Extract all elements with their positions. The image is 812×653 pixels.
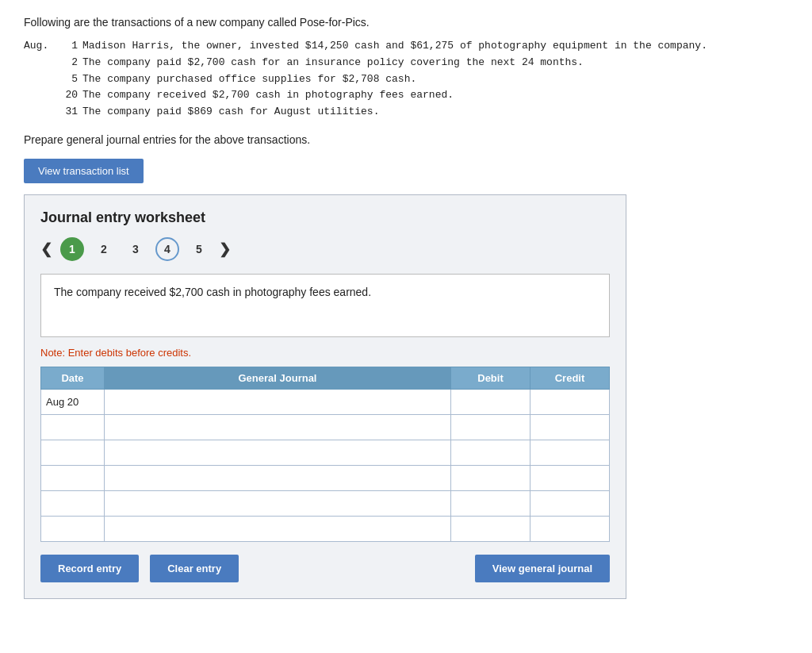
nav-page-3[interactable]: 3: [124, 237, 147, 261]
table-row: [41, 414, 610, 440]
note-text: Note: Enter debits before credits.: [40, 347, 610, 359]
row6-credit-input[interactable]: [530, 520, 609, 538]
row5-date: [41, 490, 105, 516]
nav-page-2[interactable]: 2: [92, 237, 116, 261]
row3-debit-input[interactable]: [451, 444, 530, 462]
row2-debit-input[interactable]: [451, 418, 530, 436]
row3-journal[interactable]: [105, 440, 451, 465]
col-header-credit: Credit: [530, 367, 610, 389]
row1-journal-input[interactable]: [105, 393, 450, 411]
row1-journal[interactable]: [105, 389, 451, 414]
row2-date: [41, 414, 105, 440]
table-row: [41, 516, 610, 541]
month-label: Aug.: [24, 38, 56, 55]
trans-day-4: 20: [56, 87, 78, 104]
row5-debit[interactable]: [451, 490, 530, 516]
record-entry-button[interactable]: Record entry: [40, 555, 139, 582]
row4-date: [41, 465, 105, 490]
row3-credit-input[interactable]: [530, 444, 609, 462]
row4-journal[interactable]: [105, 465, 451, 490]
row6-debit-input[interactable]: [451, 520, 530, 538]
view-general-journal-button[interactable]: View general journal: [475, 555, 610, 582]
clear-entry-button[interactable]: Clear entry: [150, 555, 239, 582]
trans-day-5: 31: [56, 104, 78, 121]
journal-table: Date General Journal Debit Credit Aug 20: [40, 367, 610, 542]
col-header-date: Date: [41, 367, 105, 389]
row1-date: Aug 20: [41, 389, 105, 414]
row4-debit-input[interactable]: [451, 469, 530, 487]
row2-credit[interactable]: [530, 414, 610, 440]
intro-text: Following are the transactions of a new …: [24, 16, 788, 29]
row6-date: [41, 516, 105, 541]
row5-debit-input[interactable]: [451, 494, 530, 513]
trans-text-5: The company paid $869 cash for August ut…: [82, 104, 379, 121]
row6-journal-input[interactable]: [105, 520, 450, 538]
trans-day-2: 2: [56, 55, 78, 71]
transaction-description: The company received $2,700 cash in phot…: [40, 274, 610, 337]
nav-page-1[interactable]: 1: [60, 237, 84, 261]
row1-credit-input[interactable]: [530, 393, 609, 411]
row5-credit-input[interactable]: [530, 494, 609, 513]
trans-text-3: The company purchased office supplies fo…: [82, 71, 416, 88]
col-header-journal: General Journal: [105, 367, 451, 389]
row6-journal[interactable]: [105, 516, 451, 541]
row3-date: [41, 440, 105, 465]
row3-journal-input[interactable]: [105, 444, 450, 462]
row4-journal-input[interactable]: [105, 469, 450, 487]
row1-credit[interactable]: [530, 389, 610, 414]
row4-debit[interactable]: [451, 465, 530, 490]
trans-text-2: The company paid $2,700 cash for an insu…: [82, 55, 584, 71]
row2-journal[interactable]: [105, 414, 451, 440]
row6-debit[interactable]: [451, 516, 530, 541]
row5-journal[interactable]: [105, 490, 451, 516]
trans-day-3: 5: [56, 71, 78, 88]
action-row: Record entry Clear entry View general jo…: [40, 555, 610, 582]
worksheet-title: Journal entry worksheet: [40, 209, 610, 226]
trans-text-1: Madison Harris, the owner, invested $14,…: [82, 38, 707, 55]
row2-debit[interactable]: [451, 414, 530, 440]
nav-page-4[interactable]: 4: [155, 237, 179, 261]
row5-credit[interactable]: [530, 490, 610, 516]
row5-journal-input[interactable]: [105, 494, 450, 513]
row1-debit[interactable]: [451, 389, 530, 414]
table-row: [41, 490, 610, 516]
prepare-text: Prepare general journal entries for the …: [24, 133, 788, 146]
row3-credit[interactable]: [530, 440, 610, 465]
nav-right-arrow[interactable]: ❯: [219, 240, 231, 258]
col-header-debit: Debit: [451, 367, 530, 389]
row3-debit[interactable]: [451, 440, 530, 465]
nav-left-arrow[interactable]: ❮: [40, 240, 52, 258]
row2-credit-input[interactable]: [530, 418, 609, 436]
row4-credit[interactable]: [530, 465, 610, 490]
row4-credit-input[interactable]: [530, 469, 609, 487]
worksheet-container: Journal entry worksheet ❮ 1 2 3 4 5 ❯ Th…: [24, 194, 626, 599]
table-row: [41, 440, 610, 465]
transaction-list: 1Madison Harris, the owner, invested $14…: [56, 38, 707, 121]
trans-text-4: The company received $2,700 cash in phot…: [82, 87, 454, 104]
view-transaction-list-button[interactable]: View transaction list: [24, 159, 144, 183]
nav-page-5[interactable]: 5: [187, 237, 211, 261]
nav-row: ❮ 1 2 3 4 5 ❯: [40, 237, 610, 261]
row2-journal-input[interactable]: [105, 418, 450, 436]
table-row: Aug 20: [41, 389, 610, 414]
transactions-block: Aug. 1Madison Harris, the owner, investe…: [24, 38, 788, 121]
row6-credit[interactable]: [530, 516, 610, 541]
row1-debit-input[interactable]: [451, 393, 530, 411]
trans-day-1: 1: [56, 38, 78, 55]
table-row: [41, 465, 610, 490]
